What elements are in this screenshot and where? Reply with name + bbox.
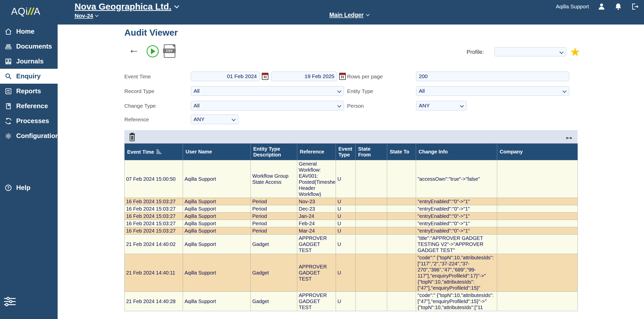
sidebar-item-journals[interactable]: Journals (0, 54, 58, 69)
table-cell: Period (251, 213, 297, 220)
date-to-input[interactable]: 19 Feb 2025 (271, 72, 337, 81)
table-cell (497, 198, 578, 205)
table-cell (356, 205, 387, 213)
table-cell: U (336, 292, 356, 311)
rows-per-page-input[interactable]: 200 (416, 72, 569, 81)
table-row[interactable]: 07 Feb 2024 15:00:50Aqilla SupportWorkfl… (125, 160, 578, 198)
table-row[interactable]: 21 Feb 2024 14:40:11Aqilla SupportGadget… (125, 254, 578, 292)
sidebar-item-help[interactable]: ? Help (0, 180, 30, 195)
table-row[interactable]: 16 Feb 2024 15:03:27Aqilla SupportPeriod… (125, 205, 578, 213)
chevron-down-icon (337, 89, 341, 93)
table-cell: Period (251, 220, 297, 227)
table-row[interactable]: 16 Feb 2024 15:03:27Aqilla SupportPeriod… (125, 198, 578, 205)
col-reference[interactable]: Reference (297, 144, 336, 160)
table-cell (356, 254, 387, 292)
reference-select[interactable]: ANY (191, 115, 238, 124)
col-event-type[interactable]: Event Type (336, 144, 356, 160)
filter-sliders-icon[interactable] (3, 296, 17, 307)
sidebar-nav: Home Documents Journals Enquiry (0, 24, 58, 143)
calendar-icon[interactable]: 31 (262, 73, 268, 80)
date-from-input[interactable]: 01 Feb 2024 (191, 72, 260, 81)
col-event-time[interactable]: Event Time (125, 144, 183, 160)
table-cell: Dec-23 (297, 205, 336, 213)
sidebar-item-reference[interactable]: Reference (0, 99, 58, 113)
table-cell: Aqilla Support (183, 235, 251, 254)
col-state-to[interactable]: State To (387, 144, 416, 160)
sidebar-item-processes[interactable]: Processes (0, 113, 58, 128)
change-type-label: Change Type (124, 103, 156, 109)
entity-type-label: Entity Type (347, 88, 373, 94)
main-content: Audit Viewer ← CSV Profile: ★ Event Time… (58, 25, 644, 319)
reference-label: Reference (124, 117, 149, 123)
table-cell (356, 220, 387, 227)
record-type-select[interactable]: All (191, 86, 344, 96)
sidebar-item-configuration[interactable]: Configuration (0, 128, 58, 143)
col-company[interactable]: Company (497, 144, 578, 160)
period-label: Nov-24 (75, 13, 93, 19)
table-cell (497, 235, 578, 254)
favorite-star-icon[interactable]: ★ (570, 45, 581, 59)
col-entity-type-description[interactable]: Entity Type Description (251, 144, 297, 160)
table-cell: 16 Feb 2024 15:03:27 (125, 205, 183, 213)
entity-type-select[interactable]: All (416, 86, 569, 96)
chevron-down-icon (460, 104, 464, 108)
change-type-select[interactable]: All (191, 101, 344, 110)
sidebar-item-documents[interactable]: Documents (0, 39, 58, 54)
chevron-down-icon (366, 12, 370, 16)
sidebar-item-reports[interactable]: Reports (0, 84, 58, 99)
ledger-selector[interactable]: Main Ledger (329, 12, 369, 18)
reports-chart-icon (5, 87, 12, 95)
back-arrow-icon[interactable]: ← (128, 44, 140, 55)
table-row[interactable]: 16 Feb 2024 15:03:27Aqilla SupportPeriod… (125, 227, 578, 235)
period-selector[interactable]: Nov-24 (75, 13, 98, 19)
table-cell (387, 160, 416, 198)
event-time-label: Event Time (124, 74, 151, 80)
table-cell: Aqilla Support (183, 227, 251, 235)
table-cell: Period (251, 198, 297, 205)
table-cell: U (336, 235, 356, 254)
sidebar-item-home[interactable]: Home (0, 24, 58, 39)
calendar-top (340, 73, 345, 75)
resize-columns-icon[interactable]: ↔ (564, 131, 574, 142)
table-cell: Gadget (251, 235, 297, 254)
table-cell: "entryEnabled":"0"->"1" (416, 220, 497, 227)
col-change-info[interactable]: Change Info (416, 144, 497, 160)
entity-type-value: All (419, 88, 425, 94)
profile-select[interactable] (494, 47, 566, 56)
table-cell (497, 292, 578, 311)
user-icon[interactable] (597, 3, 606, 11)
table-cell: Gadget (251, 254, 297, 292)
table-cell: Aqilla Support (183, 213, 251, 220)
company-selector[interactable]: Nova Geographica Ltd. (75, 2, 178, 12)
person-select[interactable]: ANY (416, 101, 467, 110)
table-cell: Aqilla Support (183, 254, 251, 292)
user-name: Aqilla Support (556, 4, 589, 10)
calendar-icon[interactable]: 31 (339, 73, 346, 80)
table-cell (356, 160, 387, 198)
table-row[interactable]: 16 Feb 2024 15:03:27Aqilla SupportPeriod… (125, 220, 578, 227)
rows-per-page-label: Rows per page (347, 74, 383, 80)
table-cell: Aqilla Support (183, 198, 251, 205)
table-cell (387, 292, 416, 311)
table-cell (497, 254, 578, 292)
table-cell: Aqilla Support (183, 292, 251, 311)
table-cell: U (336, 198, 356, 205)
delete-trash-icon[interactable] (128, 132, 136, 142)
svg-text:?: ? (7, 185, 10, 190)
export-csv-icon[interactable]: CSV (164, 44, 175, 58)
table-row[interactable]: 21 Feb 2024 14:40:28Aqilla SupportGadget… (125, 292, 578, 311)
table-cell (387, 227, 416, 235)
table-cell: APPROVER GADGET TEST (297, 254, 336, 292)
gear-icon (5, 132, 12, 140)
col-user-name[interactable]: User Name (183, 144, 251, 160)
run-query-icon[interactable] (147, 45, 159, 57)
sidebar-item-enquiry[interactable]: Enquiry (0, 69, 58, 84)
table-cell: U (336, 254, 356, 292)
table-cell: Gadget (251, 292, 297, 311)
col-state-from[interactable]: State From (356, 144, 387, 160)
table-row[interactable]: 16 Feb 2024 15:03:27Aqilla SupportPeriod… (125, 213, 578, 220)
table-cell: Period (251, 205, 297, 213)
notifications-bell-icon[interactable] (614, 3, 622, 11)
logout-icon[interactable] (631, 3, 639, 11)
table-row[interactable]: 21 Feb 2024 14:40:02Aqilla SupportGadget… (125, 235, 578, 254)
